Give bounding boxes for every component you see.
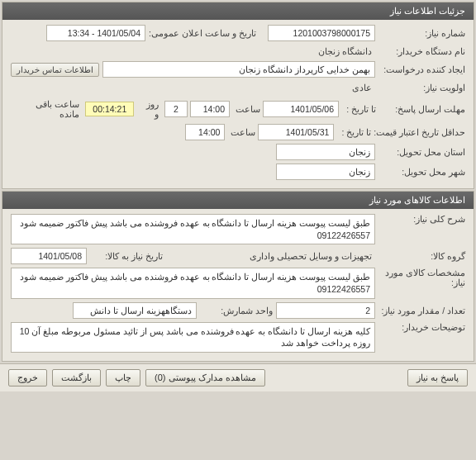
province-value: زنجان — [276, 144, 375, 160]
unit-value: دستگاههزینه ارسال تا دانش — [73, 302, 197, 319]
panel1-header: جزئیات اطلاعات نیاز — [2, 2, 474, 20]
countdown-timer: 00:14:21 — [85, 102, 134, 116]
buyer-note-value: کلیه هزینه ارسال تا دانشگاه به عهده فروش… — [11, 322, 375, 353]
need-no-value: 1201003798000175 — [268, 25, 375, 41]
goods-info-panel: اطلاعات کالاهای مورد نياز شرح کلی نياز: … — [2, 191, 474, 362]
validity-to-date-label: تا تاریخ : — [336, 127, 371, 137]
pub-date-value: 1401/05/04 - 13:34 — [46, 25, 145, 41]
qty-value: 2 — [276, 302, 375, 319]
desc-label: شرح کلی نياز: — [378, 214, 465, 224]
qty-label: تعداد / مقدار مورد نیاز: — [378, 306, 465, 315]
group-label: گروه کالا: — [378, 251, 465, 261]
buyer-note-label: توضیحات خریدار: — [378, 322, 465, 332]
days-and-text: روز و — [136, 97, 162, 121]
buyer-org-value: دانشگاه زنجان — [315, 45, 375, 58]
panel2-header: اطلاعات کالاهای مورد نياز — [2, 192, 474, 209]
city-value: زنجان — [276, 164, 375, 180]
priority-label: اولویت نياز: — [378, 83, 465, 92]
requester-value: بهمن خدایی کارپرداز دانشگاه زنجان — [102, 61, 375, 78]
remaining-text: ساعت باقی مانده — [11, 97, 83, 121]
panel2-body: شرح کلی نياز: طبق لیست پیوست هزینه ارسال… — [2, 209, 474, 361]
panel1-body: شماره نياز: 1201003798000175 تاریخ و ساع… — [2, 20, 474, 188]
days-value: 2 — [164, 101, 188, 117]
footer-toolbar: پاسخ به نياز مشاهده مدارک پیوستی (0) چاپ… — [0, 363, 476, 391]
pub-date-label: تاریخ و ساعت اعلان عمومی: — [149, 28, 264, 38]
buyer-contact-button[interactable]: اطلاعات تماس خریدار — [11, 63, 99, 77]
print-button[interactable]: چاپ — [106, 369, 140, 386]
validity-label: حداقل تاریخ اعتبار قیمت: — [374, 127, 465, 137]
respond-button[interactable]: پاسخ به نياز — [407, 369, 468, 386]
attachments-button[interactable]: مشاهده مدارک پیوستی (0) — [145, 369, 265, 386]
requester-label: ایجاد کننده درخواست: — [378, 64, 465, 74]
deadline-hour-value: 14:00 — [190, 101, 230, 117]
back-button[interactable]: بازگشت — [52, 369, 101, 386]
panel2-title: اطلاعات کالاهای مورد نياز — [369, 195, 465, 205]
desc-value: طبق لیست پیوست هزینه ارسال تا دانشگاه به… — [11, 214, 375, 244]
spec-value: طبق لیست پیوست هزینه ارسال تا دانشگاه به… — [11, 268, 375, 298]
validity-hour-label: ساعت — [227, 127, 255, 137]
priority-value: عادی — [349, 81, 375, 94]
need-date-value: 1401/05/08 — [11, 248, 87, 264]
to-date-label: تا تاریخ : — [341, 104, 376, 114]
province-label: استان محل تحویل: — [378, 147, 465, 157]
deadline-date-value: 1401/05/06 — [263, 101, 339, 117]
deadline-hour-label: ساعت — [232, 104, 260, 114]
need-no-label: شماره نياز: — [378, 28, 465, 38]
city-label: شهر محل تحویل: — [378, 167, 465, 177]
panel1-title: جزئیات اطلاعات نیاز — [390, 6, 465, 16]
exit-button[interactable]: خروج — [8, 369, 47, 386]
need-details-panel: جزئیات اطلاعات نیاز شماره نياز: 12010037… — [2, 2, 474, 189]
validity-hour-value: 14:00 — [185, 124, 225, 140]
spec-label: مشخصات کالای مورد نياز: — [378, 268, 465, 287]
deadline-label: مهلت ارسال پاسخ: — [378, 104, 465, 114]
buyer-org-label: نام دستگاه خریدار: — [378, 46, 465, 56]
unit-label: واحد شمارش: — [200, 306, 273, 315]
need-date-label: تاریخ نياز به کالا: — [90, 251, 163, 261]
group-value: تجهیزات و وسایل تحصیلی واداری — [246, 249, 375, 263]
validity-date-value: 1401/05/31 — [258, 124, 334, 140]
